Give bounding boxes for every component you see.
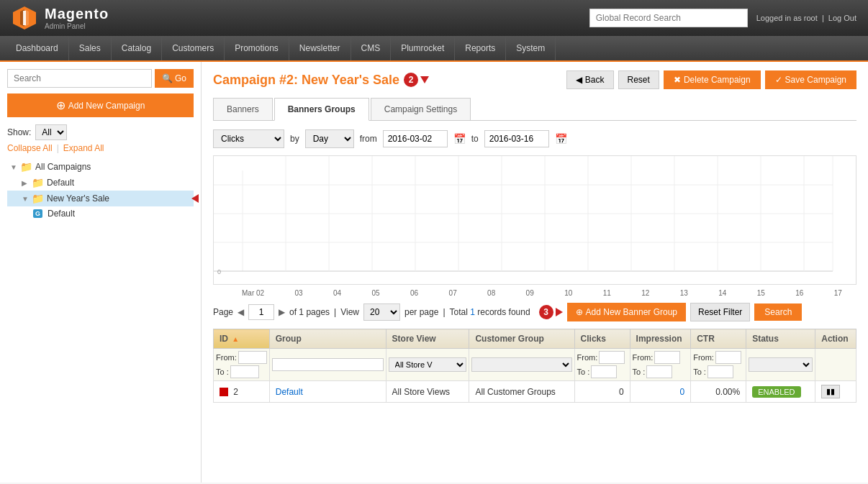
save-campaign-button[interactable]: ✓ Save Campaign bbox=[765, 70, 856, 89]
add-campaign-button[interactable]: ⊕ Add New Campaign bbox=[7, 93, 194, 117]
to-date-input[interactable] bbox=[484, 130, 549, 147]
tab-banners-groups-label: Banners Groups bbox=[288, 104, 356, 114]
tree-item-default-group[interactable]: G Default bbox=[7, 206, 194, 221]
nav-catalog[interactable]: Catalog bbox=[112, 36, 162, 60]
expand-all-link[interactable]: Expand All bbox=[63, 143, 104, 153]
delete-campaign-button[interactable]: ✖ Delete Campaign bbox=[664, 70, 761, 89]
nav-reports[interactable]: Reports bbox=[455, 36, 506, 60]
filter-id-from-row: From: bbox=[216, 351, 267, 364]
default-label: Default bbox=[47, 178, 74, 188]
calendar-icon-to[interactable]: 📅 bbox=[555, 133, 567, 145]
filter-clicks-col: From: To : bbox=[574, 349, 630, 381]
filter-clicks-to[interactable] bbox=[591, 365, 617, 378]
filter-id-to[interactable] bbox=[230, 365, 259, 378]
filter-clicks-from-row: From: bbox=[577, 351, 628, 364]
filter-id-group: From: To : bbox=[216, 351, 267, 378]
nav-newsletter[interactable]: Newsletter bbox=[289, 36, 351, 60]
prev-page-btn[interactable]: ◀ bbox=[238, 307, 244, 317]
tree-item-default[interactable]: ▶ 📁 Default bbox=[7, 175, 194, 191]
col-clicks[interactable]: Clicks bbox=[574, 329, 630, 349]
next-page-btn[interactable]: ▶ bbox=[279, 307, 285, 317]
calendar-icon-from[interactable]: 📅 bbox=[453, 133, 466, 145]
table-header-row: ID ▲ Group Store View Customer Group Cli… bbox=[214, 329, 856, 349]
filter-ctr-to[interactable] bbox=[707, 365, 733, 378]
x-label-08: 08 bbox=[487, 289, 495, 297]
clicks-from-label: From: bbox=[577, 353, 598, 362]
nav-sales[interactable]: Sales bbox=[69, 36, 112, 60]
from-filter-label: From: bbox=[216, 353, 237, 362]
col-group[interactable]: Group bbox=[269, 329, 386, 349]
search-input[interactable] bbox=[7, 69, 152, 88]
nav-promotions[interactable]: Promotions bbox=[225, 36, 289, 60]
filter-impression-from-row: From: bbox=[633, 351, 689, 364]
col-customer-group[interactable]: Customer Group bbox=[469, 329, 574, 349]
reset-filter-button[interactable]: Reset Filter bbox=[690, 303, 750, 321]
filter-ctr-from[interactable] bbox=[715, 351, 741, 364]
back-button[interactable]: ◀ Back bbox=[566, 70, 614, 89]
campaign-title: Campaign #2: New Year's Sale bbox=[213, 73, 399, 88]
add-banner-group-button[interactable]: ⊕ Add New Banner Group bbox=[567, 303, 686, 321]
to-filter-label: To : bbox=[216, 367, 229, 376]
tab-campaign-settings-label: Campaign Settings bbox=[384, 104, 457, 114]
nav-system[interactable]: System bbox=[506, 36, 556, 60]
col-id[interactable]: ID ▲ bbox=[214, 329, 270, 349]
from-date-input[interactable] bbox=[383, 130, 448, 147]
separator-pipe: | bbox=[334, 307, 336, 317]
cell-status: ENABLED bbox=[746, 381, 815, 403]
impressions-link[interactable]: 0 bbox=[680, 387, 685, 397]
filter-group-input[interactable] bbox=[272, 358, 384, 371]
collapse-all-link[interactable]: Collapse All bbox=[7, 143, 53, 153]
reset-label: Reset bbox=[628, 75, 650, 85]
x-label-10: 10 bbox=[564, 289, 572, 297]
col-status-label: Status bbox=[752, 334, 779, 344]
tab-banners[interactable]: Banners bbox=[213, 98, 273, 120]
filter-id-from[interactable] bbox=[238, 351, 267, 364]
filter-status-select[interactable]: ENABLED DISABLED bbox=[749, 357, 813, 372]
filter-customer-group-select[interactable]: All Customer Groups bbox=[471, 357, 571, 372]
filter-id-col: From: To : bbox=[214, 349, 270, 381]
nav-customers[interactable]: Customers bbox=[162, 36, 225, 60]
tab-campaign-settings[interactable]: Campaign Settings bbox=[371, 98, 471, 120]
back-icon: ◀ bbox=[576, 75, 582, 85]
page-input[interactable] bbox=[248, 304, 274, 320]
col-store-view[interactable]: Store View bbox=[386, 329, 469, 349]
x-label-07: 07 bbox=[449, 289, 457, 297]
by-select[interactable]: Day Week Month bbox=[305, 129, 354, 148]
total-count-link[interactable]: 1 bbox=[470, 307, 475, 317]
go-button[interactable]: 🔍 Go bbox=[155, 69, 194, 88]
reset-button[interactable]: Reset bbox=[618, 70, 659, 89]
tree-item-all-campaigns[interactable]: ▼ 📁 All Campaigns bbox=[7, 159, 194, 175]
tree-item-new-years-sale[interactable]: ▼ 📁 New Year's Sale 1 bbox=[7, 191, 194, 206]
tab-banners-groups[interactable]: Banners Groups bbox=[274, 98, 369, 121]
col-impression[interactable]: Impression bbox=[630, 329, 691, 349]
nav-plumrocket[interactable]: Plumrocket bbox=[391, 36, 455, 60]
pause-button[interactable]: ▮▮ bbox=[821, 385, 840, 398]
search-button[interactable]: Search bbox=[754, 303, 802, 321]
filter-clicks-from[interactable] bbox=[599, 351, 625, 364]
col-status[interactable]: Status bbox=[746, 329, 815, 349]
filter-impression-to[interactable] bbox=[646, 365, 672, 378]
global-search-input[interactable] bbox=[589, 9, 748, 27]
title-group: Campaign #2: New Year's Sale 2 bbox=[213, 73, 429, 88]
chart-svg: 0 bbox=[214, 156, 856, 284]
show-select[interactable]: All bbox=[35, 124, 67, 140]
nav-dashboard[interactable]: Dashboard bbox=[6, 36, 69, 60]
filter-ctr-group: From: To : bbox=[693, 351, 743, 378]
impression-to-label: To : bbox=[633, 367, 646, 376]
expand-icon-2: ▶ bbox=[22, 179, 29, 187]
filter-impression-from[interactable] bbox=[654, 351, 680, 364]
separator-pipe-2: | bbox=[443, 307, 445, 317]
col-ctr[interactable]: CTR bbox=[691, 329, 746, 349]
of-pages-text: of 1 pages bbox=[289, 307, 330, 317]
metric-select[interactable]: Clicks Impressions CTR bbox=[213, 129, 284, 148]
per-page-select[interactable]: 20 50 100 200 bbox=[363, 303, 400, 321]
campaigns-tree: ▼ 📁 All Campaigns ▶ 📁 Default ▼ 📁 New Ye… bbox=[7, 159, 194, 221]
x-label-05: 05 bbox=[372, 289, 380, 297]
tab-banners-label: Banners bbox=[227, 104, 259, 114]
logo-area: Magento Admin Panel bbox=[12, 5, 109, 31]
filter-impression-col: From: To : bbox=[630, 349, 691, 381]
group-link[interactable]: Default bbox=[276, 387, 303, 397]
nav-cms[interactable]: CMS bbox=[351, 36, 392, 60]
logout-link[interactable]: Log Out bbox=[828, 14, 856, 22]
filter-store-view-select[interactable]: All Store V All Store Views bbox=[389, 357, 467, 372]
